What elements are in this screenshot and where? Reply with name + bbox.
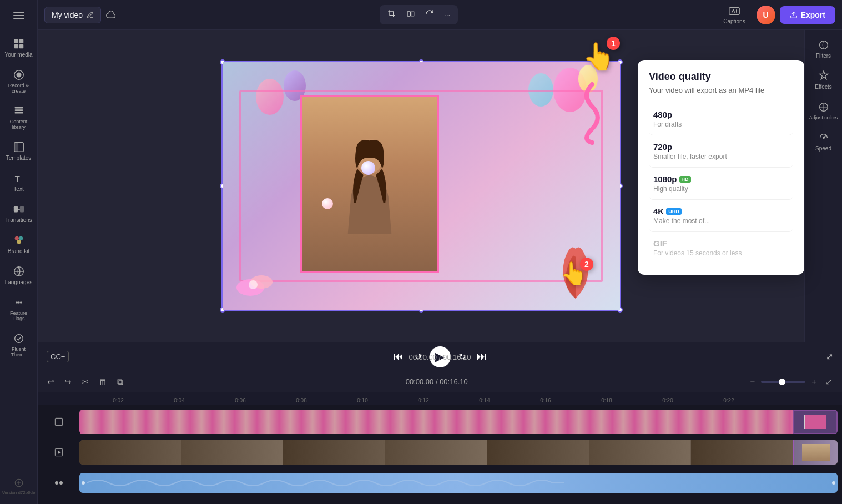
right-panel-adjust-colors[interactable]: Adjust colors xyxy=(807,97,840,125)
ruler-mark-0:16: 0:16 xyxy=(515,397,576,405)
svg-rect-0 xyxy=(13,12,24,13)
quality-label-1080p: 1080p HD xyxy=(653,174,789,184)
sidebar-item-content-library[interactable]: Content library xyxy=(2,100,36,134)
sidebar-item-languages[interactable]: Languages xyxy=(2,261,36,290)
ruler-mark-0:04: 0:04 xyxy=(149,397,210,405)
quality-option-480p[interactable]: 480p For drafts xyxy=(649,103,793,135)
captions-label: Captions xyxy=(723,18,745,24)
skip-to-start-button[interactable]: ⏮ xyxy=(390,347,407,366)
zoom-in-button[interactable]: + xyxy=(809,375,819,388)
hamburger-menu[interactable] xyxy=(8,4,30,29)
timeline-time-center: 00:00.00 / 00:16.10 xyxy=(130,377,743,386)
cloud-save-icon xyxy=(105,9,117,21)
svg-point-35 xyxy=(819,41,828,49)
sidebar-item-label: Your media xyxy=(4,52,32,58)
effects-icon xyxy=(818,70,830,82)
track-row-1[interactable] xyxy=(38,407,842,436)
track-row-2[interactable] xyxy=(38,438,842,467)
ruler-mark-0:10: 0:10 xyxy=(332,397,393,405)
timeline-tracks xyxy=(38,405,842,504)
skip-to-end-button[interactable]: ⏭ xyxy=(473,347,490,366)
quality-option-1080p[interactable]: 1080p HD High quality xyxy=(649,168,793,200)
sidebar-item-label: Content library xyxy=(4,119,33,130)
user-avatar[interactable]: U xyxy=(757,6,775,24)
svg-point-20 xyxy=(17,240,21,244)
play-pause-button[interactable]: ▶ xyxy=(430,346,451,367)
svg-point-18 xyxy=(14,236,18,240)
quality-desc-4k: Make the most of... xyxy=(653,217,789,225)
popup-title: Video quality xyxy=(649,71,793,83)
track-content-3[interactable] xyxy=(79,473,838,493)
main-content: My video ··· Captions U Export xyxy=(38,0,842,504)
redo-button[interactable]: ↪ xyxy=(62,375,74,389)
playback-controls: ⏮ ↺ ▶ ↻ ⏭ xyxy=(390,346,490,367)
sidebar-item-transitions[interactable]: Transitions xyxy=(2,199,36,228)
quality-label-720p: 720p xyxy=(653,142,789,152)
sidebar-item-label: Languages xyxy=(5,279,33,285)
sidebar-item-text[interactable]: T Text xyxy=(2,168,36,196)
fit-timeline-button[interactable]: ⤢ xyxy=(823,375,835,389)
more-tools-button[interactable]: ··· xyxy=(441,8,454,22)
quality-option-720p[interactable]: 720p Smaller file, faster export xyxy=(649,135,793,168)
delete-button[interactable]: 🗑 xyxy=(96,375,110,388)
svg-point-7 xyxy=(16,72,21,77)
ruler-mark-0:08: 0:08 xyxy=(271,397,332,405)
rotate-tool-button[interactable] xyxy=(422,7,437,22)
right-panel: Filters Effects Adjust colors xyxy=(804,30,842,342)
timeline-toolbar: ↩ ↪ ✂ 🗑 ⧉ 00:00.00 / 00:16.10 − + ⤢ xyxy=(38,371,842,392)
quality-option-4k[interactable]: 4K UHD Make the most of... xyxy=(649,200,793,232)
zoom-slider[interactable] xyxy=(761,381,805,383)
track-row-3[interactable] xyxy=(38,468,842,497)
timeline-ruler: 0:02 0:04 0:06 0:08 0:10 0:12 0:14 0:16 … xyxy=(38,392,842,405)
quality-option-gif[interactable]: GIF For videos 15 seconds or less xyxy=(649,232,793,264)
quality-label-gif: GIF xyxy=(653,239,789,248)
project-name-button[interactable]: My video xyxy=(44,7,101,23)
track-decorative-strip xyxy=(79,410,838,434)
cursor-badge-1: 1 xyxy=(607,37,620,50)
duplicate-button[interactable]: ⧉ xyxy=(114,375,126,389)
captions-button[interactable]: Captions xyxy=(721,3,747,27)
zoom-out-button[interactable]: − xyxy=(747,375,758,388)
crop-tool-button[interactable] xyxy=(384,7,400,22)
sidebar-item-templates[interactable]: Templates xyxy=(2,137,36,165)
sidebar-item-fluent-theme[interactable]: Fluent Theme xyxy=(2,328,36,362)
undo-button[interactable]: ↩ xyxy=(44,375,57,389)
sidebar-item-brand-kit[interactable]: Brand kit xyxy=(2,230,36,259)
track-content-2[interactable] xyxy=(79,440,838,465)
svg-rect-6 xyxy=(19,44,23,48)
right-panel-filters[interactable]: Filters xyxy=(807,34,840,63)
export-button[interactable]: Export xyxy=(780,6,835,24)
sidebar-item-record-create[interactable]: Record & create xyxy=(2,64,36,98)
adjust-colors-label: Adjust colors xyxy=(809,115,838,120)
filters-icon xyxy=(818,39,830,51)
quality-desc-720p: Smaller file, faster export xyxy=(653,153,789,160)
svg-text:T: T xyxy=(14,174,19,183)
video-frame[interactable] xyxy=(221,61,621,311)
svg-rect-9 xyxy=(14,107,23,109)
flip-tool-button[interactable] xyxy=(403,7,419,22)
svg-rect-3 xyxy=(14,39,18,43)
cc-button[interactable]: CC+ xyxy=(47,351,69,362)
svg-rect-28 xyxy=(411,12,414,16)
quality-desc-gif: For videos 15 seconds or less xyxy=(653,249,789,257)
fullscreen-button[interactable]: ⤢ xyxy=(826,351,833,362)
sidebar: Your media Record & create Content libra… xyxy=(0,0,38,504)
cut-button[interactable]: ✂ xyxy=(79,375,92,389)
fast-forward-button[interactable]: ↻ xyxy=(455,348,469,365)
uhd-badge: UHD xyxy=(666,208,682,215)
svg-point-23 xyxy=(18,301,20,304)
right-panel-effects[interactable]: Effects xyxy=(807,65,840,94)
rewind-button[interactable]: ↺ xyxy=(411,348,425,365)
track-video-strip xyxy=(79,440,838,465)
sidebar-item-feature-flags[interactable]: Feature Flags xyxy=(2,292,36,326)
flower-decoration xyxy=(234,265,278,299)
sidebar-item-your-media[interactable]: Your media xyxy=(2,33,36,62)
hd-badge: HD xyxy=(679,176,691,183)
right-panel-speed[interactable]: Speed xyxy=(807,127,840,156)
track-content-1[interactable] xyxy=(79,410,838,434)
zoom-thumb[interactable] xyxy=(779,379,785,385)
ribbon-decoration xyxy=(576,79,609,145)
speed-label: Speed xyxy=(815,145,831,152)
portrait-placeholder xyxy=(300,95,439,273)
ruler-mark-0:14: 0:14 xyxy=(454,397,515,405)
